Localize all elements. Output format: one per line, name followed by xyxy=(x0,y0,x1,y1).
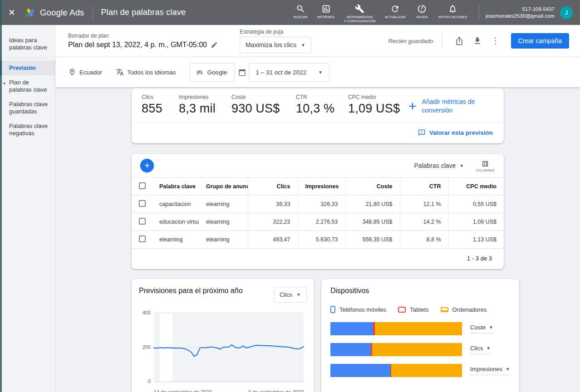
download-button[interactable] xyxy=(468,32,487,50)
close-icon[interactable]: ✕ xyxy=(8,8,15,17)
forecast-plot: 400 200 0 xyxy=(139,310,307,387)
metric-clics: Clics 855 xyxy=(142,94,179,116)
tablet-icon xyxy=(398,307,406,313)
plan-title-block: Borrador de plan Plan del sept 13, 2022,… xyxy=(68,33,218,49)
row-checkbox[interactable] xyxy=(139,200,146,207)
device-row-coste: Coste▼ xyxy=(330,322,510,335)
sidebar: Ideas para palabras clave Previsión ▾ Pl… xyxy=(0,25,55,392)
device-bar xyxy=(330,343,462,356)
metric-impresiones: Impresiones 8,3 mil xyxy=(179,94,231,116)
nav-notifications-label: NOTIFICACIONES xyxy=(438,15,467,19)
col-header-adgroup[interactable]: Grupo de anuncios xyxy=(199,178,248,196)
location-filter[interactable]: Ecuador xyxy=(68,68,102,76)
chevron-down-icon: ▼ xyxy=(318,70,323,75)
metric-value: 10,3 % xyxy=(296,102,348,116)
select-all-checkbox[interactable] xyxy=(139,182,146,189)
nav-reports-label: INFORMES xyxy=(317,15,334,19)
laptop-icon xyxy=(441,307,448,312)
avatar[interactable]: J xyxy=(560,6,573,19)
col-header-keyword[interactable]: Palabra clave↑ xyxy=(152,178,199,196)
nav-search[interactable]: BUSCAR xyxy=(289,1,312,20)
rate-forecast-label: Valorar esta previsión xyxy=(429,129,493,136)
table-row[interactable]: capacitacion elearning 39,33 326,33 21,8… xyxy=(132,196,504,213)
chevron-down-icon: ▾ xyxy=(3,80,5,87)
device-row-impresiones: Impresiones▼ xyxy=(330,364,510,377)
create-campaign-button[interactable]: Crear campaña xyxy=(511,33,570,49)
devices-card: Dispositivos Teléfonos móviles Tablets xyxy=(321,279,519,392)
metric-label: Clics xyxy=(142,94,179,100)
sidebar-item-negativas[interactable]: Palabras clave negativas xyxy=(0,119,55,141)
bar-segment-desktop xyxy=(391,364,462,377)
table-row[interactable]: elearning elearning 493,47 5.630,73 559,… xyxy=(132,231,504,249)
chevron-down-icon: ▼ xyxy=(459,163,464,168)
device-metric-select-clics[interactable]: Clics▼ xyxy=(470,345,491,354)
sidebar-item-plan[interactable]: ▾ Plan de palabras clave xyxy=(0,75,55,97)
nav-help[interactable]: AYUDA xyxy=(410,1,434,20)
nav-reports[interactable]: INFORMES xyxy=(312,1,339,20)
account-phone: 517-109-5437 xyxy=(486,6,555,13)
edit-pencil-icon[interactable] xyxy=(211,41,218,49)
metric-value: 930 US$ xyxy=(231,102,296,116)
date-range-select[interactable]: 1 – 31 oct de 2022 ▼ xyxy=(249,63,329,82)
add-keyword-button[interactable]: + xyxy=(140,159,154,172)
row-checkbox[interactable] xyxy=(139,218,146,225)
cell-cost: 348,85 US$ xyxy=(345,213,400,231)
download-icon xyxy=(473,36,482,45)
nav-tools[interactable]: HERRAMIENTAS Y CONFIGURACIÓN xyxy=(339,1,380,24)
metric-value: 855 xyxy=(142,102,179,116)
saved-status: Recién guardado xyxy=(388,38,433,44)
account-info: 517-109-5437 josemorales2530@gmail.com xyxy=(486,6,555,20)
columns-button[interactable]: COLUMNAS xyxy=(476,160,495,172)
plan-header-actions: Recién guardado ⋮ Crear campaña xyxy=(388,32,569,50)
network-select[interactable]: Google xyxy=(190,63,235,82)
share-button[interactable] xyxy=(450,32,468,50)
col-header-cpc[interactable]: CPC medio xyxy=(448,178,504,196)
add-conversion-metrics-button[interactable]: + Añadir métricas de conversión xyxy=(408,98,490,115)
table-row[interactable]: educacion virtual elearning 322,23 2.276… xyxy=(132,213,504,231)
nav-search-label: BUSCAR xyxy=(294,15,308,19)
topbar-nav: BUSCAR INFORMES HERRAMIENTAS Y CONFIGURA… xyxy=(289,1,472,24)
sidebar-item-prevision[interactable]: Previsión xyxy=(0,61,55,75)
metric-ctr: CTR 10,3 % xyxy=(296,94,348,116)
device-metric-select-coste[interactable]: Coste▼ xyxy=(470,324,493,333)
col-header-impressions[interactable]: Impresiones xyxy=(298,178,345,196)
device-metric-select-impresiones[interactable]: Impresiones▼ xyxy=(470,366,510,375)
topbar-separator xyxy=(93,6,93,20)
cell-cpc: 1,08 US$ xyxy=(448,213,504,231)
translate-icon xyxy=(116,68,124,76)
col-header-cost[interactable]: Coste xyxy=(345,178,400,196)
bell-icon xyxy=(448,4,457,14)
row-checkbox[interactable] xyxy=(139,235,146,242)
cell-cpc: 1,13 US$ xyxy=(448,231,504,249)
reports-icon xyxy=(321,4,331,14)
more-options-button[interactable]: ⋮ xyxy=(487,32,505,50)
account-separator xyxy=(479,5,479,20)
plan-title: Plan del sept 13, 2022, 4 p. m., GMT-05:… xyxy=(68,41,207,49)
metric-value: 8,3 mil xyxy=(179,102,231,116)
rate-forecast-button[interactable]: Valorar esta previsión xyxy=(132,123,504,143)
location-pin-icon xyxy=(68,68,76,76)
language-filter[interactable]: Todos los idiomas xyxy=(116,68,176,76)
col-header-ctr[interactable]: CTR xyxy=(400,178,448,196)
strategy-select[interactable]: Maximiza los clics ▼ xyxy=(240,37,311,53)
chart-metric-select[interactable]: Clics ▼ xyxy=(274,287,307,303)
view-selector-label: Palabras clave xyxy=(414,162,456,169)
col-header-clicks[interactable]: Clics xyxy=(248,178,298,196)
nav-refresh[interactable]: ACTUALIZAR xyxy=(380,1,410,20)
sidebar-item-guardadas[interactable]: Palabras clave guardadas xyxy=(0,97,55,119)
chart-metric-label: Clics xyxy=(280,291,292,298)
scroll-area[interactable]: Clics 855 Impresiones 8,3 mil Coste 930 … xyxy=(55,87,580,392)
legend-mobile: Teléfonos móviles xyxy=(330,306,386,313)
view-selector-dropdown[interactable]: Palabras clave ▼ xyxy=(414,162,464,169)
nav-notifications[interactable]: NOTIFICACIONES xyxy=(434,1,472,20)
cell-impressions: 5.630,73 xyxy=(298,231,345,249)
sort-ascending-icon: ↑ xyxy=(198,184,199,189)
sidebar-item-ideas[interactable]: Ideas para palabras clave xyxy=(0,33,55,55)
brand: Google Ads xyxy=(24,7,84,18)
cell-adgroup: elearning xyxy=(199,231,248,249)
cell-cost: 559,35 US$ xyxy=(345,231,400,249)
cell-keyword: elearning xyxy=(152,231,199,249)
screen-edge-artifact xyxy=(0,0,2,392)
plot-area xyxy=(154,313,304,382)
calendar-icon[interactable] xyxy=(238,69,246,76)
